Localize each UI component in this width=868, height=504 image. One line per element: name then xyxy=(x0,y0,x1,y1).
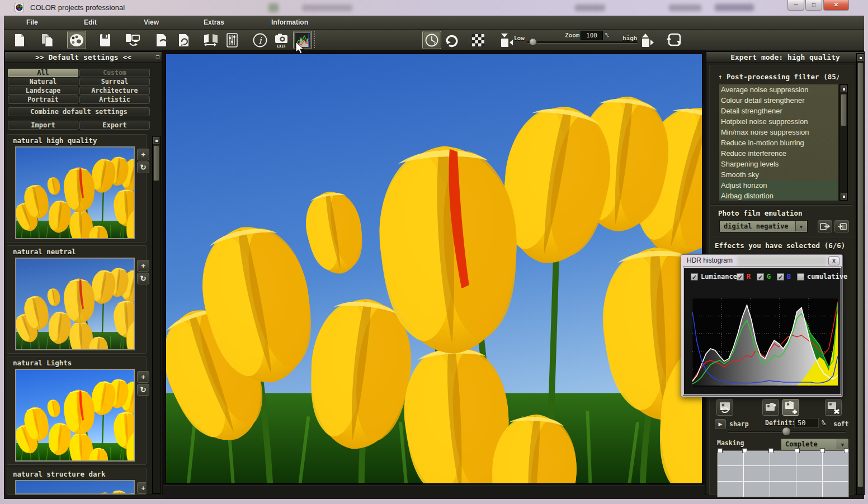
minimize-button[interactable]: ─ xyxy=(787,0,804,11)
filter-item[interactable]: Reduce in-motion blurring xyxy=(719,137,838,148)
filter-list[interactable]: Average noise suppression Colour detail … xyxy=(718,84,839,201)
compare-views-button[interactable] xyxy=(201,31,220,49)
preset-natural-lights[interactable]: natural Lights + ↻ xyxy=(7,356,147,465)
red-channel-checkbox[interactable]: ✓ xyxy=(737,273,744,280)
main-photo-tulips[interactable] xyxy=(166,54,702,484)
scroll-up-button[interactable] xyxy=(857,54,864,61)
combine-default-settings-button[interactable]: Combine default settings xyxy=(8,107,150,116)
delete-effect-button[interactable] xyxy=(825,399,842,416)
definition-slider-knob[interactable] xyxy=(782,427,791,436)
category-all[interactable]: All xyxy=(8,69,78,77)
filter-list-scrollbar[interactable] xyxy=(839,84,848,201)
save-button[interactable] xyxy=(96,31,115,49)
definition-input[interactable]: 50 xyxy=(794,418,819,428)
refresh-preset-button[interactable]: ↻ xyxy=(137,273,149,284)
undock-panel-icon[interactable]: ❐ xyxy=(155,54,159,60)
close-button[interactable]: ✕ xyxy=(823,0,849,11)
preset-thumbnail[interactable] xyxy=(15,369,135,462)
category-artistic[interactable]: Artistic xyxy=(79,96,150,104)
preview-quality-slider[interactable] xyxy=(527,41,638,44)
mask-handle[interactable] xyxy=(795,448,800,453)
open-image-button[interactable] xyxy=(10,31,29,49)
import-button[interactable]: Import xyxy=(8,121,78,130)
scrollbar-thumb[interactable] xyxy=(153,145,159,181)
preset-thumbnail[interactable] xyxy=(15,258,135,350)
hdr-close-button[interactable]: x xyxy=(828,256,839,265)
header-right-arrows[interactable]: << xyxy=(122,53,131,61)
menu-extras[interactable]: Extras xyxy=(204,18,224,26)
zoom-input[interactable]: 100 xyxy=(581,31,603,40)
filter-item[interactable]: Reduce interference xyxy=(719,148,838,159)
checkerboard-button[interactable] xyxy=(469,31,488,49)
hdr-histogram-window[interactable]: HDR histogram x ✓ Luminance ✓ R ✓ G ✓ B … xyxy=(681,254,843,397)
export-image-button[interactable] xyxy=(153,31,172,49)
masking-dropdown[interactable]: Complete ▼ xyxy=(781,438,849,450)
scroll-up-button[interactable] xyxy=(153,137,159,144)
preview-quality-low-button[interactable] xyxy=(497,31,516,49)
mask-handle[interactable] xyxy=(718,448,723,453)
rotate-image-button[interactable] xyxy=(664,31,683,49)
filter-item[interactable]: Smooth sky xyxy=(719,169,838,180)
scrollbar-thumb[interactable] xyxy=(857,63,864,487)
category-natural[interactable]: Natural xyxy=(8,78,78,86)
category-architecture[interactable]: Architecture xyxy=(79,87,150,95)
preview-quality-slider-knob[interactable] xyxy=(529,38,537,46)
color-palette-button[interactable] xyxy=(67,31,86,49)
expert-panel-scrollbar[interactable] xyxy=(856,53,865,495)
collapse-sharpness-button[interactable]: ▶ xyxy=(715,419,726,429)
preview-quality-high-button[interactable] xyxy=(638,31,657,49)
redo-button[interactable] xyxy=(442,31,461,49)
transfer-to-device-button[interactable] xyxy=(123,31,142,49)
scroll-down-button[interactable] xyxy=(841,193,847,199)
menu-file[interactable]: File xyxy=(26,18,38,26)
add-preset-button[interactable]: + xyxy=(137,482,147,494)
mask-handle[interactable] xyxy=(844,448,849,453)
titlebar[interactable]: COLOR projects professional ─ □ ✕ xyxy=(0,0,868,16)
redo-effect-button[interactable] xyxy=(762,399,779,416)
masking-curve-grid[interactable] xyxy=(717,450,849,497)
refresh-preset-button[interactable]: ↻ xyxy=(137,161,149,173)
add-preset-button[interactable]: + xyxy=(137,371,149,383)
export-button[interactable]: Export xyxy=(79,121,150,130)
green-channel-checkbox[interactable]: ✓ xyxy=(757,273,764,280)
mask-handle[interactable] xyxy=(768,448,773,453)
filter-item[interactable]: Hotpixel noise suppression xyxy=(719,116,838,127)
luminance-checkbox[interactable]: ✓ xyxy=(691,273,698,280)
preset-thumbnail[interactable] xyxy=(15,146,135,239)
filter-item[interactable]: Colour detail strengthener xyxy=(719,95,838,106)
mask-handle[interactable] xyxy=(742,448,747,453)
film-preset-save-button[interactable] xyxy=(818,220,832,232)
default-settings-header[interactable]: >> Default settings << ❐ xyxy=(4,51,162,63)
expert-mode-header[interactable]: Expert mode: high quality ❐ xyxy=(706,51,865,63)
chevron-down-icon[interactable]: ▼ xyxy=(795,221,806,231)
preset-list-scrollbar[interactable] xyxy=(152,136,161,494)
add-effect-button[interactable] xyxy=(782,399,799,416)
adjustments-button[interactable] xyxy=(223,31,242,49)
auto-timer-button[interactable]: c xyxy=(422,31,441,49)
scroll-up-button[interactable] xyxy=(841,85,847,92)
menu-view[interactable]: View xyxy=(144,18,159,26)
preset-natural-high-quality[interactable]: natural high quality + ↻ xyxy=(7,134,147,243)
filter-item[interactable]: Detail strengthener xyxy=(719,106,838,116)
preset-natural-structure-dark[interactable]: natural structure dark + xyxy=(7,468,147,495)
film-preset-load-button[interactable] xyxy=(834,220,849,232)
maximize-button[interactable]: □ xyxy=(805,0,822,11)
info-button[interactable]: i xyxy=(251,31,270,49)
refresh-preset-button[interactable]: ↻ xyxy=(137,384,149,396)
filter-item[interactable]: Average noise suppression xyxy=(719,84,838,95)
copy-image-button[interactable] xyxy=(38,31,57,49)
add-preset-button[interactable]: + xyxy=(137,260,149,272)
film-emulation-dropdown[interactable]: digital negative ▼ xyxy=(719,220,808,232)
menu-edit[interactable]: Edit xyxy=(84,18,97,26)
filter-item[interactable]: Airbag distortion xyxy=(719,191,838,201)
header-left-arrows[interactable]: >> xyxy=(35,53,44,61)
filter-item[interactable]: Sharpening levels xyxy=(719,159,838,169)
up-arrow-icon[interactable]: ↑ xyxy=(718,73,723,81)
preset-thumbnail[interactable] xyxy=(15,480,135,495)
reload-image-button[interactable] xyxy=(175,31,194,49)
exif-button[interactable]: EXIF xyxy=(272,31,291,49)
mask-handle[interactable] xyxy=(820,448,825,453)
filter-item[interactable]: Min/max noise suppression xyxy=(719,127,838,137)
preset-natural-neutral[interactable]: natural neutral + ↻ xyxy=(7,245,147,354)
blue-channel-checkbox[interactable]: ✓ xyxy=(777,273,784,280)
